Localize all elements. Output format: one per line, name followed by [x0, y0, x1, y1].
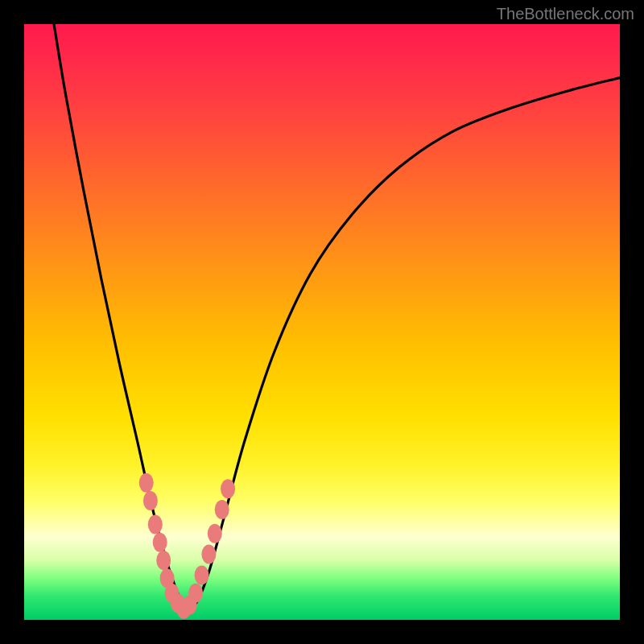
marker-point [148, 515, 163, 535]
marker-point [215, 500, 229, 519]
marker-point [208, 524, 222, 543]
plot-area [24, 24, 620, 620]
chart-svg [24, 24, 620, 620]
marker-point [221, 479, 235, 498]
marker-point [143, 491, 158, 510]
watermark-text: TheBottleneck.com [497, 5, 634, 23]
bottleneck-curve [54, 24, 620, 609]
marker-point [153, 533, 167, 552]
marker-point [156, 551, 171, 570]
marker-point [188, 584, 203, 603]
marker-point [201, 545, 216, 564]
highlighted-points-group [139, 473, 235, 619]
marker-point [139, 473, 154, 493]
chart-frame: TheBottleneck.com [0, 0, 644, 644]
marker-point [195, 566, 209, 585]
